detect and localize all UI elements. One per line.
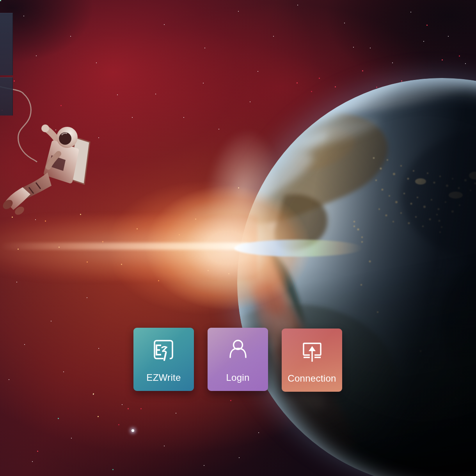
lens-flare-streak [234, 240, 363, 257]
tile-connection[interactable]: Connection [282, 329, 342, 392]
tile-login[interactable]: Login [208, 328, 268, 391]
lens-flare-core-line [0, 243, 250, 250]
bright-star [131, 429, 134, 432]
home-screen: EZWrite Login Connection [0, 0, 476, 476]
screen-cast-upload-icon [300, 338, 325, 363]
tile-ezwrite[interactable]: EZWrite [133, 328, 194, 391]
edge-panel-top[interactable] [0, 13, 13, 75]
tile-label-login: Login [208, 372, 268, 383]
astronaut-body [1, 124, 90, 217]
astronaut [0, 70, 94, 218]
tile-label-ezwrite: EZWrite [133, 372, 194, 383]
ezwrite-whiteboard-pen-icon [151, 337, 176, 362]
star-field-teal [0, 0, 1, 1]
edge-panel-bottom[interactable] [0, 77, 13, 115]
tile-label-connection: Connection [282, 373, 342, 384]
user-profile-icon [226, 337, 250, 362]
